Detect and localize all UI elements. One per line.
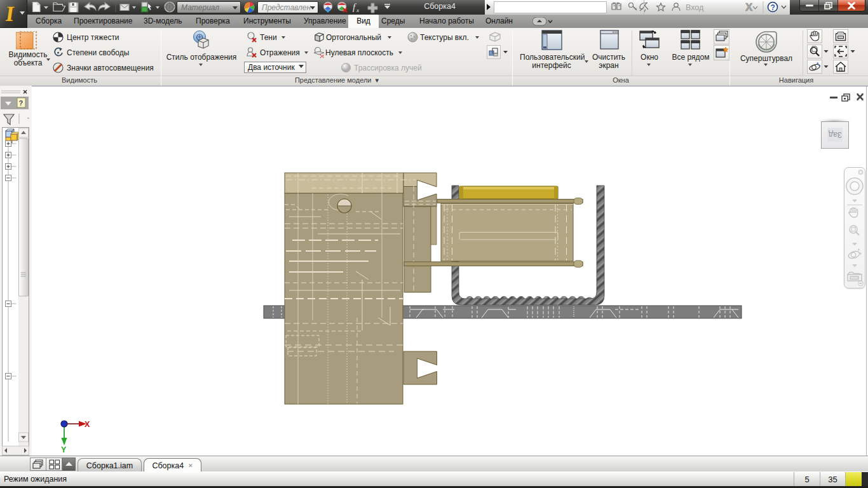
svg-text:x: x <box>356 7 359 13</box>
svg-text:?: ? <box>771 3 775 12</box>
svg-text:X: X <box>745 1 753 13</box>
svg-text:Вход: Вход <box>686 3 704 12</box>
svg-text:?: ? <box>19 99 24 107</box>
